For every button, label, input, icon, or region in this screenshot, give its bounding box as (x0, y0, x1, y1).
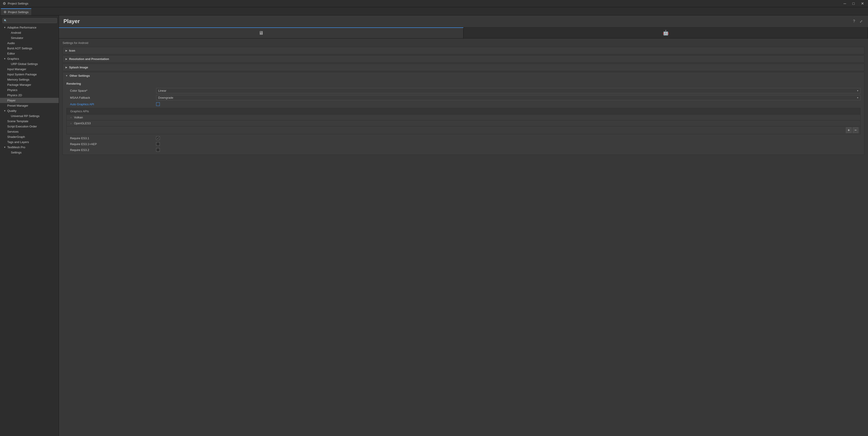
add-api-button[interactable]: + (846, 127, 852, 133)
require-es31-aep-checkbox[interactable] (156, 142, 160, 146)
maximize-button[interactable]: □ (851, 1, 856, 6)
sidebar-label-android: Android (11, 31, 21, 34)
sidebar-item-graphics[interactable]: ▼Graphics (0, 56, 59, 61)
sidebar-item-services[interactable]: Services (0, 129, 59, 134)
sidebar-label-preset-manager: Preset Manager (7, 104, 28, 107)
sidebar-item-adaptive-performance[interactable]: ▼Adaptive Performance (0, 25, 59, 30)
other-settings-header[interactable]: ▼ Other Settings (63, 72, 864, 79)
minimize-button[interactable]: ─ (842, 1, 847, 6)
sidebar-label-tags-and-layers: Tags and Layers (7, 140, 29, 144)
require-es32-row: Require ES3.2 (63, 147, 864, 153)
sidebar-item-scene-template[interactable]: Scene Template (0, 119, 59, 124)
content-area: Player ? ⤢ 🖥 🤖 Settings for Android ▶ Ic… (59, 15, 868, 436)
graphics-apis-footer: + − (67, 126, 860, 134)
sidebar-item-input-system[interactable]: Input System Package (0, 72, 59, 77)
search-wrap: 🔍 (2, 18, 57, 23)
sidebar-item-tags-and-layers[interactable]: Tags and Layers (0, 139, 59, 145)
remove-api-button[interactable]: − (852, 127, 859, 133)
sidebar-label-quality: Quality (7, 109, 16, 112)
section-resolution[interactable]: ▶ Resolution and Presentation (63, 55, 864, 63)
platform-tab-android[interactable]: 🤖 (463, 27, 868, 38)
sidebar-item-textmesh-pro[interactable]: ▼TextMesh Pro (0, 145, 59, 150)
color-space-select[interactable]: Linear Gamma (156, 88, 861, 93)
sidebar-label-audio: Audio (7, 41, 15, 45)
sidebar-item-quality[interactable]: ▼Quality (0, 108, 59, 113)
sidebar-item-universal-rp[interactable]: Universal RP Settings (0, 113, 59, 119)
sidebar: 🔍 ▼Adaptive PerformanceAndroidSimulatorA… (0, 15, 59, 436)
require-es31-checkbox[interactable] (156, 136, 160, 140)
section-splash[interactable]: ▶ Splash Image (63, 64, 864, 71)
sidebar-item-audio[interactable]: Audio (0, 40, 59, 46)
auto-graphics-checkbox[interactable] (156, 102, 160, 106)
sidebar-item-input-manager[interactable]: Input Manager (0, 67, 59, 72)
require-es31-aep-checkbox-wrap (156, 142, 861, 146)
sidebar-item-player[interactable]: Player (0, 98, 59, 103)
sidebar-label-textmesh-pro: TextMesh Pro (7, 145, 25, 149)
graphics-apis-header: Graphics APIs (67, 108, 860, 114)
require-es32-checkbox[interactable] (156, 148, 160, 152)
sidebar-arrow-quality: ▼ (4, 109, 6, 112)
rendering-title: Rendering (63, 81, 864, 87)
auto-graphics-label[interactable]: Auto Graphics API (70, 103, 156, 106)
color-space-dropdown-wrap: Linear Gamma (156, 88, 861, 93)
main-layout: 🔍 ▼Adaptive PerformanceAndroidSimulatorA… (0, 15, 868, 436)
require-es32-checkbox-wrap (156, 148, 861, 152)
drag-handle-vulkan[interactable]: ≡ (70, 116, 72, 119)
msaa-row: MSAA Fallback Downgrade Throw exception (63, 94, 864, 101)
sidebar-label-simulator: Simulator (11, 36, 23, 40)
sidebar-label-memory-settings: Memory Settings (7, 78, 29, 81)
msaa-dropdown-wrap: Downgrade Throw exception (156, 95, 861, 100)
search-input[interactable] (2, 18, 57, 23)
sidebar-arrow-textmesh-pro: ▼ (4, 146, 6, 148)
tab-project-settings[interactable]: ⚙ Project Settings (1, 8, 31, 15)
sidebar-label-physics: Physics (7, 88, 18, 92)
drag-handle-opengles3[interactable]: ≡ (70, 122, 72, 125)
content-header: Player ? ⤢ (59, 15, 868, 27)
sidebar-item-android[interactable]: Android (0, 30, 59, 35)
sidebar-label-universal-rp: Universal RP Settings (11, 114, 39, 118)
help-button[interactable]: ? (852, 18, 856, 24)
layout-button[interactable]: ⤢ (859, 18, 864, 25)
sidebar-item-package-manager[interactable]: Package Manager (0, 82, 59, 88)
section-icon-arrow: ▶ (65, 49, 67, 52)
sidebar-item-memory-settings[interactable]: Memory Settings (0, 77, 59, 82)
sidebar-label-player: Player (7, 99, 16, 102)
sidebar-label-adaptive-performance: Adaptive Performance (7, 26, 36, 29)
require-es32-value (156, 148, 861, 152)
platform-tab-desktop[interactable]: 🖥 (59, 27, 463, 38)
require-es31-aep-row: Require ES3.1+AEP (63, 141, 864, 147)
section-icon[interactable]: ▶ Icon (63, 47, 864, 54)
title-bar-left: ⚙ Project Settings (3, 1, 28, 6)
section-resolution-label: Resolution and Presentation (69, 57, 109, 61)
android-icon: 🤖 (663, 30, 669, 36)
sidebar-item-shader-graph[interactable]: ShaderGraph (0, 134, 59, 139)
msaa-value: Downgrade Throw exception (156, 95, 861, 100)
sidebar-item-urp-global[interactable]: URP Global Settings (0, 61, 59, 67)
other-settings-body: Rendering Color Space* Linear Gamma (63, 79, 864, 155)
settings-body: Settings for Android ▶ Icon ▶ Resolution… (59, 38, 868, 436)
sidebar-item-settings[interactable]: Settings (0, 150, 59, 155)
platform-tabs: 🖥 🤖 (59, 27, 868, 38)
sidebar-label-shader-graph: ShaderGraph (7, 135, 25, 138)
sidebar-item-simulator[interactable]: Simulator (0, 35, 59, 40)
section-splash-arrow: ▶ (65, 66, 67, 69)
sidebar-label-physics-2d: Physics 2D (7, 94, 22, 97)
sidebar-item-burst-aot[interactable]: Burst AOT Settings (0, 46, 59, 51)
color-space-row: Color Space* Linear Gamma (63, 87, 864, 94)
require-es31-value (156, 136, 861, 140)
msaa-select[interactable]: Downgrade Throw exception (156, 95, 861, 100)
sidebar-item-preset-manager[interactable]: Preset Manager (0, 103, 59, 108)
msaa-label: MSAA Fallback (70, 96, 156, 99)
sidebar-item-editor[interactable]: Editor (0, 51, 59, 56)
sidebar-list: ▼Adaptive PerformanceAndroidSimulatorAud… (0, 25, 59, 155)
sidebar-item-script-execution[interactable]: Script Execution Order (0, 124, 59, 129)
auto-graphics-row: Auto Graphics API (63, 101, 864, 107)
desktop-icon: 🖥 (258, 30, 264, 36)
sidebar-item-physics[interactable]: Physics (0, 88, 59, 93)
close-button[interactable]: ✕ (860, 1, 865, 6)
require-es31-label: Require ES3.1 (70, 136, 156, 140)
require-es31-aep-value (156, 142, 861, 146)
graphics-apis-section: Graphics APIs ≡ Vulkan ≡ OpenGLES3 (66, 108, 861, 134)
auto-graphics-value (156, 102, 861, 106)
sidebar-item-physics-2d[interactable]: Physics 2D (0, 93, 59, 98)
